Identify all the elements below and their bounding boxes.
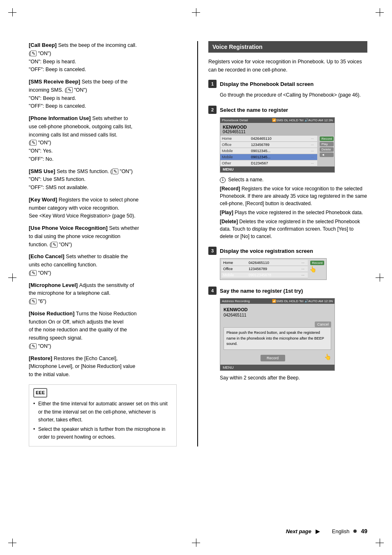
voice-reg-rows: Home 0426465110 ··· Office 123456789 ··· <box>221 260 308 278</box>
reg-mark-bl <box>8 539 16 547</box>
restore-label: [Restore] <box>29 355 52 361</box>
phone-buttons: Record Play Delete ◄ <box>318 136 334 166</box>
step-4-number: 4 <box>208 287 217 295</box>
addr-body: KENWOOD 0426465111 Cancel Please push th… <box>220 304 334 365</box>
setting-key-word: [Key Word] Registers the voice to select… <box>29 196 177 220</box>
step-1-body: Go through the procedure of <Calling by … <box>208 91 367 99</box>
step-3-title: Display the voice registration screen <box>220 248 313 254</box>
phone-screen-body: Home 0426465110 ··· Office 123456789 ···… <box>220 136 334 166</box>
page-number: 49 <box>361 528 367 534</box>
sms-receive-beep-label: [SMS Receive Beep] <box>29 79 80 85</box>
delete-label: [Delete] <box>220 219 238 224</box>
play-btn[interactable]: Play <box>320 142 334 146</box>
step-3: 3 Display the voice registration screen … <box>208 247 367 280</box>
phone-info-use-icon: (✎ "ON") <box>29 140 51 146</box>
status-right: 📶SMS DL HOLD Tel 🔊AUTO AM 12:3N <box>272 118 333 122</box>
call-beep-label: [Call Beep] <box>29 42 57 48</box>
right-column: Voice Registration Registers voice for v… <box>197 41 367 446</box>
sms-receive-beep-off: "OFF": Beep is canceled. <box>29 103 86 109</box>
center-mark-top <box>192 8 200 16</box>
main-content: [Call Beep] Sets the beep of the incomin… <box>0 16 392 471</box>
note-icon: EEE <box>33 388 47 398</box>
back-btn[interactable]: ◄ <box>320 153 334 157</box>
step-2-sub-1: 1 Selects a name. <box>220 176 367 183</box>
page-container: [Call Beep] Sets the beep of the incomin… <box>0 0 392 555</box>
step-2: 2 Select the name to register Phonebook … <box>208 106 367 240</box>
phone-info-use-desc: Sets whether to <box>92 116 128 121</box>
circle-1: 1 <box>220 177 226 183</box>
delete-text: Deletes the voice registered in the sele… <box>220 219 360 239</box>
record-text: Registers the voice for voice recognitio… <box>220 186 367 206</box>
record-label: [Record] <box>220 186 240 192</box>
phone-row-other: Other D1234567 ··· <box>220 160 317 166</box>
section-header: Voice Registration <box>208 41 367 53</box>
phone-row-mobile1: Mobile 09012345... ··· <box>220 148 317 154</box>
next-page-label: Next page <box>286 528 311 534</box>
addr-status-right: 📶SMS DL HOLD Tel 🔊AUTO AM 12:3N <box>272 299 333 303</box>
step-3-number: 3 <box>208 247 217 255</box>
echo-cancel-desc2: units echo cancelling function. <box>29 262 97 268</box>
echo-cancel-label: [Echo Cancel] <box>29 253 65 259</box>
restore-desc: Restores the [Echo Cancel], <box>54 356 118 361</box>
key-word-desc2: number category with voice recognition. <box>29 205 119 211</box>
step-2-sub-record: [Record] Registers the voice for voice r… <box>220 185 367 207</box>
restore-desc2: [Microphone Level], or [Noise Reduction]… <box>29 363 135 369</box>
left-column: [Call Beep] Sets the beep of the incomin… <box>29 41 185 446</box>
addr-message: Please push the Record button, and speak… <box>224 327 331 350</box>
call-beep-on: "ON": Beep is heard. <box>29 59 76 65</box>
microphone-level-desc: Adjusts the sensitivity of <box>79 282 134 288</box>
noise-reduction-desc: Turns the Noise Reduction <box>76 311 137 317</box>
voice-reg-thumb: 👆 <box>309 266 324 273</box>
step-2-sub-play: [Play] Plays the voice registered in the… <box>220 209 367 216</box>
record-btn[interactable]: Record <box>320 136 334 141</box>
step-2-title: Select the name to register <box>220 107 288 113</box>
sub-1-text: Selects a name. <box>228 177 263 183</box>
phone-row-home: Home 0426465110 ··· <box>220 136 317 142</box>
voice-reg-body: Home 0426465110 ··· Office 123456789 ··· <box>220 259 326 280</box>
phone-status-bar: Phonebook Detail 📶SMS DL HOLD Tel 🔊AUTO … <box>220 118 334 123</box>
step-2-header: 2 Select the name to register <box>208 106 367 114</box>
delete-btn[interactable]: Delete <box>320 147 334 152</box>
noise-reduction-desc4: resulting speech signal. <box>29 335 83 341</box>
voice-reg-row-office: Office 123456789 ··· <box>221 266 308 272</box>
setting-sms-use: [SMS Use] Sets the SMS function. (✎ "ON"… <box>29 167 177 192</box>
voice-reg-screen: Home 0426465110 ··· Office 123456789 ··· <box>220 258 327 280</box>
microphone-level-label: [Microphone Level] <box>29 282 78 288</box>
step-4-title: Say the name to register (1st try) <box>220 288 303 294</box>
echo-cancel-icon: (✎ "ON") <box>29 270 51 276</box>
contact-name: KENWOOD <box>223 125 332 130</box>
addr-cancel-btn[interactable]: Cancel <box>315 321 331 327</box>
use-phone-voice-desc3: function. (✎ "ON") <box>29 242 72 247</box>
voice-reg-record-btn[interactable]: Record <box>310 261 324 265</box>
voice-reg-row-mobile: Mobile 09012345678 ··· <box>221 272 308 278</box>
step-3-header: 3 Display the voice registration screen <box>208 247 367 255</box>
reg-mark-br <box>376 539 384 547</box>
note-box: EEE Either the time interval for automat… <box>29 384 177 447</box>
thumb-icon: 👆 <box>309 266 316 273</box>
addr-status-bar: Address Recording 📶SMS DL HOLD Tel 🔊AUTO… <box>220 298 334 304</box>
setting-call-beep: [Call Beep] Sets the beep of the incomin… <box>29 41 177 74</box>
sms-receive-beep-on: "ON": Beep is heard. <box>29 95 76 101</box>
addr-record-btn[interactable]: Record <box>261 355 285 361</box>
noise-reduction-desc3: of the noise reduction and the quality o… <box>29 327 127 333</box>
language-label: English <box>332 528 350 534</box>
center-mark-right <box>376 273 384 282</box>
reg-mark-tr <box>376 8 384 16</box>
play-text: Plays the voice registered in the select… <box>235 210 363 215</box>
phone-info-use-label: [Phone Information Use] <box>29 115 91 121</box>
note-bullet-2: Select the speaker which is further from… <box>33 426 172 441</box>
addr-menu: MENU <box>220 365 334 370</box>
step-2-number: 2 <box>208 106 217 114</box>
phone-rows: Home 0426465110 ··· Office 123456789 ···… <box>220 136 317 166</box>
addr-contact-number: 0426465111 <box>224 313 331 317</box>
address-recording-screen: Address Recording 📶SMS DL HOLD Tel 🔊AUTO… <box>220 298 335 371</box>
noise-reduction-desc2: function On or Off, which adjusts the le… <box>29 319 123 325</box>
microphone-level-desc2: the microphone for a telephone call. <box>29 290 111 296</box>
call-beep-off: "OFF": Beep is canceled. <box>29 67 86 72</box>
setting-echo-cancel: [Echo Cancel] Sets whether to disable th… <box>29 252 177 277</box>
contact-header: KENWOOD 0426465111 <box>220 123 334 136</box>
restore-desc3: to the initial value. <box>29 372 70 377</box>
setting-restore: [Restore] Restores the [Echo Cancel], [M… <box>29 354 177 379</box>
call-beep-icon: (✎ "ON") <box>29 51 51 56</box>
note-icon-wrapper: EEE <box>33 388 172 400</box>
